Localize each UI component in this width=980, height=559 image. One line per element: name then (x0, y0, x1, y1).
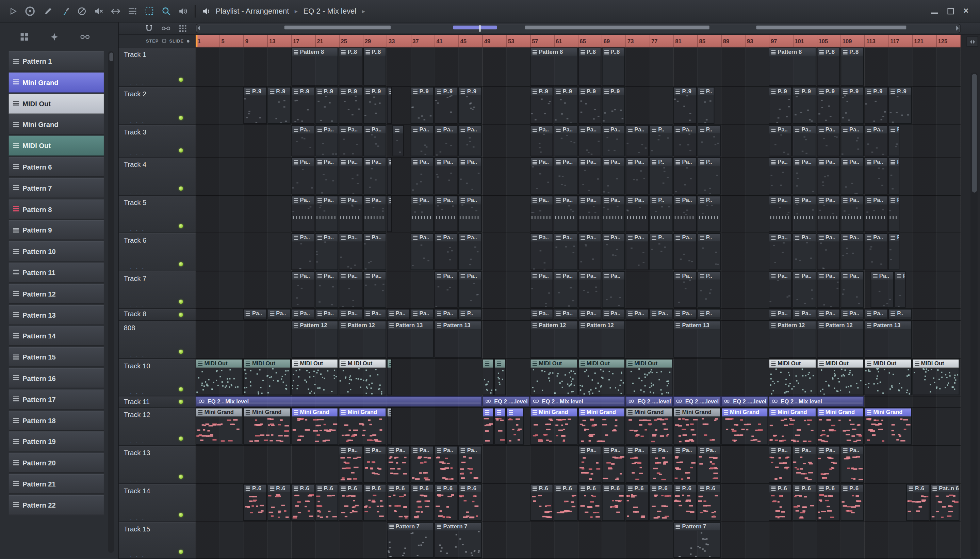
horizontal-scrollbar[interactable] (196, 24, 960, 33)
pattern-clip[interactable]: Pa.. (578, 271, 601, 308)
clip-header[interactable]: Pa.. (435, 126, 457, 134)
track-enable-led[interactable] (179, 262, 183, 266)
pattern-clip[interactable]: MIDI Out (625, 359, 673, 395)
clip-header[interactable]: Pa.. (602, 234, 624, 242)
clip-header[interactable]: Pa.. (387, 446, 409, 455)
pattern-clip[interactable]: P.. (650, 233, 673, 270)
clip-header[interactable]: Pa.. (411, 234, 434, 242)
clip-header[interactable]: Pa.. (841, 158, 863, 167)
pattern-clip[interactable]: P..9 (243, 87, 266, 124)
clip-header[interactable] (506, 408, 523, 416)
pattern-clip[interactable]: P..6 (673, 484, 696, 521)
clip-header[interactable]: Pattern 13 (435, 321, 481, 329)
track-header[interactable]: 808. . . (119, 321, 196, 359)
track-header[interactable]: Track 7. . . (119, 271, 196, 309)
clip-header[interactable]: Pa.. (363, 234, 386, 242)
pattern-clip[interactable]: MIDI Out (196, 359, 243, 395)
pattern-clip[interactable]: MIDI Out (243, 359, 290, 395)
pattern-clip[interactable]: Pa.. (793, 271, 816, 308)
pattern-clip[interactable]: Pa.. (673, 125, 696, 156)
pattern-clip[interactable] (494, 408, 505, 445)
clip-header[interactable]: P..8 (579, 48, 601, 56)
clip-header[interactable]: P.. (698, 234, 720, 242)
clip-header[interactable] (483, 408, 493, 416)
pattern-clip[interactable]: P..6 (697, 484, 720, 521)
pattern-clip[interactable]: Pa.. (864, 309, 888, 319)
clip-header[interactable]: P.. (650, 234, 672, 242)
pattern-clip[interactable]: Pa.. (625, 196, 648, 232)
close-icon[interactable]: × (962, 7, 970, 15)
clip-header[interactable]: Pa.. (363, 126, 386, 134)
clip-header[interactable]: Pa.. (387, 309, 409, 318)
clip-header[interactable]: P.. (889, 126, 899, 134)
automation-clip[interactable]: EQ 2 - Mix level (196, 396, 482, 406)
pattern-clip[interactable]: Pa.. (602, 271, 625, 308)
pattern-clip[interactable]: Pa.. (602, 196, 625, 232)
pattern-clip[interactable]: Pa.. (459, 446, 482, 483)
marker-tool-icon[interactable] (128, 6, 137, 16)
clip-header[interactable]: Pa.. (411, 309, 434, 318)
pattern-clip[interactable]: P.. (697, 87, 714, 124)
pattern-clip[interactable]: Pattern 7 (386, 522, 434, 558)
pattern-clip[interactable]: P..8 (602, 48, 625, 86)
timeline-ruler[interactable]: 1591317212529333741454953576165697377818… (196, 35, 960, 48)
track-header[interactable]: Track 11 (119, 396, 196, 407)
pattern-item[interactable]: Pattern 6 (9, 157, 104, 177)
pattern-item[interactable]: MIDI Out (9, 94, 104, 114)
track-enable-led[interactable] (179, 513, 183, 517)
clip-header[interactable]: Pa.. (459, 197, 481, 205)
pattern-item[interactable]: Pattern 21 (9, 474, 104, 494)
pattern-clip[interactable]: Pa.. (315, 233, 338, 270)
pattern-clip[interactable]: P.. (888, 233, 900, 270)
automation-clip[interactable]: EQ 2 - Mix level (769, 396, 864, 406)
pattern-clip[interactable]: Pa.. (363, 309, 386, 319)
clip-header[interactable] (387, 359, 391, 368)
clip-header[interactable]: P.. (698, 158, 720, 167)
track-enable-led[interactable] (179, 224, 183, 228)
pattern-clip[interactable]: MIDI Out (291, 359, 338, 395)
pattern-clip[interactable]: Pa.. (411, 446, 434, 483)
clip-header[interactable]: Pattern 12 (292, 321, 338, 329)
pencil-tool-icon[interactable] (43, 6, 53, 16)
pattern-clip[interactable]: Pa.. (459, 233, 482, 270)
clip-header[interactable]: P..6 (411, 485, 434, 493)
clip-header[interactable]: Mini Grand (817, 408, 863, 416)
clip-header[interactable]: P..6 (907, 485, 929, 493)
pattern-clip[interactable]: Pa.. (411, 125, 434, 156)
clip-header[interactable]: P..8 (602, 48, 624, 56)
clip-header[interactable]: Pa.. (531, 126, 553, 134)
pattern-clip[interactable]: P.. (894, 271, 906, 308)
clip-header[interactable]: Pa.. (674, 446, 696, 455)
clip-header[interactable]: Mini Grand (722, 408, 768, 416)
clip-header[interactable]: P..6 (435, 485, 457, 493)
pattern-clip[interactable]: Pa.. (817, 158, 840, 194)
clip-header[interactable]: Pa.. (865, 197, 887, 205)
clip-header[interactable]: P.. (889, 158, 899, 167)
clip-header[interactable]: Pattern 12 (579, 321, 624, 329)
clip-header[interactable]: Pa.. (435, 446, 457, 455)
minimize-icon[interactable] (931, 7, 939, 15)
pattern-item[interactable]: Pattern 14 (9, 326, 104, 346)
pattern-clip[interactable]: Pa.. (554, 196, 577, 232)
clip-header[interactable]: P..6 (674, 485, 696, 493)
clip-header[interactable]: Pattern 13 (674, 321, 720, 329)
pattern-clip[interactable]: Pa.. (793, 196, 816, 232)
clip-header[interactable]: Pa.. (435, 234, 457, 242)
clip-header[interactable]: P..6 (794, 485, 816, 493)
clip-header[interactable]: Pa.. (531, 234, 553, 242)
clip-header[interactable]: Mini Grand (340, 408, 386, 416)
clip-header[interactable]: P..6 (387, 485, 409, 493)
pattern-clip[interactable]: P..8 (840, 48, 864, 86)
pattern-clip[interactable]: Pa.. (554, 158, 577, 194)
clip-header[interactable]: Pa.. (531, 309, 553, 318)
clip-header[interactable]: P..9 (316, 88, 338, 96)
pattern-clip[interactable]: Pa.. (793, 233, 816, 270)
clip-header[interactable]: P..6 (363, 485, 386, 493)
clip-header[interactable]: Pa.. (531, 272, 553, 280)
pattern-clip[interactable]: Pa.. (315, 271, 338, 308)
pattern-clip[interactable]: Pa.. (769, 196, 792, 232)
zoom-tool-icon[interactable] (161, 6, 171, 16)
clip-header[interactable]: Mini Grand (579, 408, 624, 416)
ruler-nav[interactable] (967, 36, 978, 47)
pattern-clip[interactable]: P..9 (434, 87, 458, 124)
